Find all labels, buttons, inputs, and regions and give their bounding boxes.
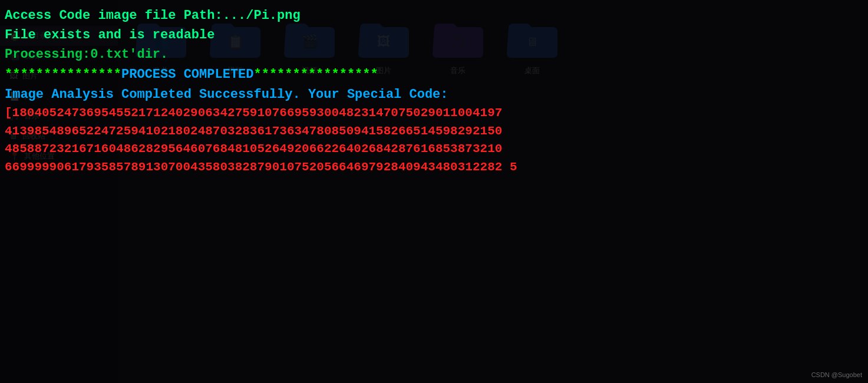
terminal-line-5: Image Analysis Completed Successfully. Y… xyxy=(5,85,863,104)
terminal-line-1: Access Code image file Path:.../Pi.png xyxy=(5,6,863,25)
stars-left: *************** xyxy=(5,64,121,85)
terminal-code-line-2: 4139854896522472594102180248703283617363… xyxy=(5,123,863,140)
terminal-line-2: File exists and is readable xyxy=(5,25,863,45)
terminal-code-line-4: 6699999061793585789130700435803828790107… xyxy=(5,159,863,176)
watermark: CSDN @Sugobet xyxy=(811,371,862,378)
terminal-overlay: Access Code image file Path:.../Pi.png F… xyxy=(0,0,868,383)
stars-right: **************** xyxy=(253,64,378,85)
terminal-code-line-3: 4858872321671604862829564607684810526492… xyxy=(5,140,863,158)
terminal-stars-line: *************** PROCESS COMPLETED ******… xyxy=(5,64,863,85)
process-completed-text: PROCESS COMPLETED xyxy=(121,64,253,85)
terminal-line-3: Processing:0.txt'dir. xyxy=(5,45,863,64)
terminal-code-line-1: [180405247369545521712402906342759107669… xyxy=(5,104,863,122)
